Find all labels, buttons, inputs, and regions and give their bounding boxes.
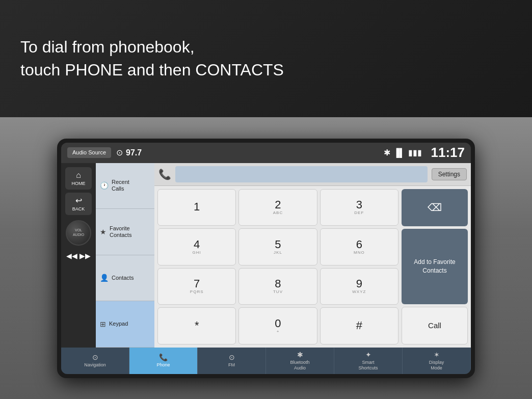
- home-label: HOME: [72, 181, 86, 186]
- signal-icon: ▐▌: [393, 148, 405, 157]
- back-label: BACK: [72, 206, 85, 211]
- key-8-main: 8: [275, 278, 281, 289]
- key-2-main: 2: [275, 199, 281, 210]
- key-3-main: 3: [356, 199, 362, 210]
- smart-shortcuts-label: SmartShortcuts: [358, 360, 378, 371]
- call-icon: 📞: [158, 168, 171, 180]
- bluetooth-icon: ✱: [384, 148, 390, 157]
- volume-knob[interactable]: VOLAUDIO: [66, 220, 91, 246]
- contacts-label: Contacts: [112, 275, 134, 281]
- menu-item-keypad[interactable]: ⊞ Keypad: [96, 301, 154, 348]
- head-unit: Audio Source ⊙ 97.7 ✱ ▐▌ ▮▮▮ 11:17 ⌂: [57, 139, 475, 378]
- skip-fwd-button[interactable]: ▶▶: [79, 252, 91, 260]
- status-icons: ✱ ▐▌ ▮▮▮ 11:17: [384, 145, 465, 161]
- nav-display-mode[interactable]: ✶ DisplayMode: [403, 348, 471, 374]
- nav-navigation[interactable]: ⊙ Navigation: [61, 348, 129, 374]
- number-input[interactable]: [175, 166, 428, 182]
- radio-info: ⊙ 97.7: [116, 148, 142, 157]
- phone-menu: 🕐 RecentCalls ★ FavoriteContacts 👤 Conta…: [96, 163, 154, 348]
- back-button[interactable]: ↩ BACK: [65, 193, 92, 215]
- key-7-main: 7: [194, 278, 200, 289]
- contacts-icon: 👤: [100, 274, 109, 282]
- nav-phone[interactable]: 📞 Phone: [129, 348, 198, 374]
- key-6-sub: MNO: [354, 251, 365, 255]
- recent-calls-icon: 🕐: [100, 181, 109, 190]
- key-4-sub: GHI: [193, 251, 201, 255]
- battery-icon: ▮▮▮: [408, 148, 422, 157]
- frequency-display: 97.7: [126, 148, 142, 157]
- key-star-main: *: [195, 320, 199, 331]
- key-9-sub: WXYZ: [352, 290, 366, 294]
- home-button[interactable]: ⌂ HOME: [65, 167, 92, 190]
- add-favorite-label: Add to FavoriteContacts: [414, 258, 455, 275]
- keypad-label: Keypad: [109, 321, 128, 327]
- skip-back-button[interactable]: ◀◀: [66, 252, 77, 260]
- key-hash-main: #: [356, 320, 362, 331]
- fm-icon: ⊙: [229, 353, 235, 361]
- key-5-sub: JKL: [274, 251, 282, 255]
- favorite-contacts-label: FavoriteContacts: [110, 225, 131, 238]
- key-2-sub: ABC: [273, 211, 283, 215]
- recent-calls-label: RecentCalls: [112, 179, 129, 192]
- key-7[interactable]: 7 PQRS: [157, 268, 236, 305]
- phone-nav-label: Phone: [156, 362, 170, 368]
- key-1[interactable]: 1: [157, 189, 236, 226]
- backspace-button[interactable]: ⌫: [402, 189, 468, 227]
- key-2[interactable]: 2 ABC: [238, 189, 317, 226]
- key-3-sub: DEF: [354, 211, 364, 215]
- status-bar: Audio Source ⊙ 97.7 ✱ ▐▌ ▮▮▮ 11:17: [61, 143, 471, 163]
- settings-button[interactable]: Settings: [432, 168, 467, 180]
- dashboard-area: Audio Source ⊙ 97.7 ✱ ▐▌ ▮▮▮ 11:17 ⌂: [0, 117, 532, 399]
- smart-shortcuts-icon: ✦: [365, 351, 371, 359]
- key-5[interactable]: 5 JKL: [238, 228, 317, 265]
- bluetooth-audio-icon: ✱: [297, 351, 303, 359]
- bluetooth-audio-label: BluetoothAudio: [290, 360, 309, 371]
- menu-item-contacts[interactable]: 👤 Contacts: [96, 255, 154, 302]
- keypad-area: 1 2 ABC 3 DEF: [154, 186, 471, 348]
- phone-ui: 🕐 RecentCalls ★ FavoriteContacts 👤 Conta…: [96, 163, 471, 348]
- nav-fm[interactable]: ⊙ FM: [198, 348, 266, 374]
- add-favorite-button[interactable]: Add to FavoriteContacts: [402, 229, 468, 304]
- key-star[interactable]: *: [157, 307, 236, 344]
- action-column: ⌫ Add to FavoriteContacts Call: [402, 189, 468, 344]
- key-8-sub: TUV: [273, 290, 283, 294]
- key-3[interactable]: 3 DEF: [320, 189, 398, 226]
- key-9-main: 9: [356, 278, 362, 289]
- nav-smart-shortcuts[interactable]: ✦ SmartShortcuts: [334, 348, 403, 374]
- key-hash[interactable]: #: [320, 307, 398, 344]
- key-0-sub: +: [277, 330, 280, 334]
- phone-nav-icon: 📞: [159, 353, 168, 361]
- home-icon: ⌂: [76, 171, 81, 180]
- key-5-main: 5: [275, 239, 281, 250]
- radio-icon: ⊙: [116, 148, 123, 157]
- key-8[interactable]: 8 TUV: [238, 268, 317, 305]
- instruction-line2: touch PHONE and then CONTACTS: [20, 61, 284, 79]
- favorite-contacts-icon: ★: [100, 228, 107, 236]
- audio-source-button[interactable]: Audio Source: [67, 147, 111, 158]
- fm-label: FM: [228, 362, 235, 368]
- bottom-nav: ⊙ Navigation 📞 Phone ⊙ FM ✱ BluetoothAud…: [61, 348, 471, 374]
- menu-item-favorite-contacts[interactable]: ★ FavoriteContacts: [96, 209, 154, 255]
- key-6-main: 6: [356, 239, 362, 250]
- keypad-grid: 1 2 ABC 3 DEF: [157, 189, 398, 344]
- key-0-main: 0: [275, 318, 281, 329]
- key-4-main: 4: [194, 239, 200, 250]
- key-0[interactable]: 0 +: [238, 307, 317, 344]
- instruction-text: To dial from phonebook, touch PHONE and …: [20, 36, 284, 82]
- call-button[interactable]: Call: [402, 307, 468, 344]
- instruction-line1: To dial from phonebook,: [20, 38, 195, 56]
- key-6[interactable]: 6 MNO: [320, 228, 398, 265]
- key-7-sub: PQRS: [190, 290, 204, 294]
- left-sidebar: ⌂ HOME ↩ BACK VOLAUDIO ◀◀ ▶▶: [61, 163, 96, 348]
- clock-display: 11:17: [431, 145, 465, 161]
- navigation-label: Navigation: [84, 362, 106, 368]
- vol-label: VOLAUDIO: [73, 228, 84, 237]
- display-mode-icon: ✶: [434, 351, 440, 359]
- key-4[interactable]: 4 GHI: [157, 228, 236, 265]
- menu-item-recent-calls[interactable]: 🕐 RecentCalls: [96, 163, 154, 209]
- main-area: ⌂ HOME ↩ BACK VOLAUDIO ◀◀ ▶▶: [61, 163, 471, 348]
- top-banner: To dial from phonebook, touch PHONE and …: [0, 0, 532, 117]
- nav-bluetooth-audio[interactable]: ✱ BluetoothAudio: [266, 348, 334, 374]
- keypad-icon: ⊞: [100, 320, 106, 328]
- key-9[interactable]: 9 WXYZ: [320, 268, 398, 305]
